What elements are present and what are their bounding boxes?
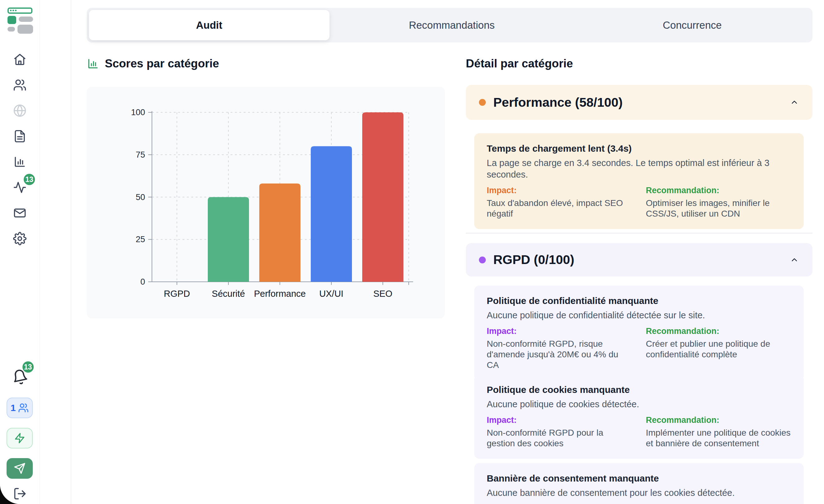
- issue-description: Aucune politique de confidentialité déte…: [487, 310, 791, 321]
- document-icon: [13, 129, 26, 143]
- svg-text:50: 50: [136, 193, 145, 202]
- issue-description: La page se charge en 3.4 secondes. Le te…: [487, 157, 791, 180]
- section-divider: [466, 233, 812, 233]
- sidebar-item-analytics[interactable]: [13, 155, 26, 169]
- team-button[interactable]: 1: [7, 398, 33, 418]
- logo-gray-bar: [7, 27, 15, 31]
- svg-text:Sécurité: Sécurité: [212, 289, 245, 299]
- recommendation-text: Optimiser les images, minifier le CSS/JS…: [646, 198, 791, 219]
- logo-dot: [12, 10, 14, 11]
- logout-button[interactable]: [13, 487, 27, 501]
- impact-text: Non-conformité RGPD pour la gestion des …: [487, 427, 632, 449]
- impact-label: Impact:: [487, 415, 632, 425]
- scores-chart-card: 0255075100RGPDSécuritéPerformanceUX/UISE…: [87, 87, 445, 318]
- sidebar-item-documents[interactable]: [13, 129, 26, 143]
- logo-gray-tile: [17, 25, 33, 34]
- recommendation-label: Recommandation:: [646, 415, 791, 425]
- recommendation-text: Implémenter une politique de cookies et …: [646, 427, 791, 449]
- svg-text:RGPD: RGPD: [164, 289, 190, 299]
- tab-audit[interactable]: Audit: [89, 10, 329, 40]
- svg-text:Performance: Performance: [254, 289, 306, 299]
- svg-text:0: 0: [140, 277, 145, 287]
- sidebar-item-home[interactable]: [13, 53, 26, 66]
- mail-icon: [13, 206, 26, 220]
- chevron-up-icon: [789, 255, 799, 265]
- rgpd-dot: [479, 257, 486, 264]
- detail-panel: Performance (58/100) Temps de chargement…: [466, 0, 812, 504]
- svg-text:75: 75: [136, 150, 145, 160]
- issue-card-cookie-policy: Politique de cookies manquante Aucune po…: [474, 375, 804, 459]
- sidebar-item-activity[interactable]: 13: [13, 181, 26, 194]
- rgpd-title: RGPD (0/100): [493, 253, 789, 267]
- sidebar-item-web[interactable]: [13, 104, 26, 117]
- home-icon: [13, 53, 26, 66]
- sidebar-item-users[interactable]: [13, 78, 26, 92]
- impact-label: Impact:: [487, 185, 632, 196]
- main-content: Audit Recommandations Concurrence Scores…: [71, 0, 824, 504]
- sidebar-item-mail[interactable]: [13, 206, 26, 220]
- issue-title: Politique de confidentialité manquante: [487, 295, 791, 306]
- notifications-badge: 13: [22, 362, 34, 373]
- issue-card-consent-banner: Bannière de consentement manquante Aucun…: [474, 463, 804, 504]
- scores-bar-chart: 0255075100RGPDSécuritéPerformanceUX/UISE…: [87, 87, 445, 318]
- chevron-up-icon: [789, 97, 799, 107]
- app-surface: 13 13 1: [0, 0, 824, 504]
- zap-icon: [14, 432, 25, 444]
- sidebar-item-settings[interactable]: [13, 232, 26, 245]
- issue-card-loading-time: Temps de chargement lent (3.4s) La page …: [474, 133, 804, 229]
- logo-gray-bar: [19, 16, 33, 22]
- send-icon: [14, 463, 26, 474]
- quick-audit-button[interactable]: [7, 428, 33, 448]
- activity-badge: 13: [24, 174, 35, 185]
- app-logo: [7, 7, 32, 32]
- sidebar-nav: 13: [0, 53, 39, 245]
- impact-text: Taux d'abandon élevé, impact SEO négatif: [487, 198, 632, 219]
- issue-card-privacy-policy: Politique de confidentialité manquante A…: [474, 286, 804, 380]
- logo-green-tile: [7, 16, 16, 24]
- chart-title-icon: [87, 58, 99, 70]
- svg-text:100: 100: [131, 108, 145, 117]
- issue-description: Aucune politique de cookies détectée.: [487, 399, 791, 410]
- issue-title: Politique de cookies manquante: [487, 384, 791, 395]
- accordion-header-rgpd[interactable]: RGPD (0/100): [466, 243, 812, 277]
- globe-icon: [13, 104, 26, 117]
- logout-icon: [13, 487, 27, 501]
- bar-chart-icon: [13, 155, 26, 169]
- scores-section-title: Scores par catégorie: [87, 57, 219, 70]
- recommendation-label: Recommandation:: [646, 326, 791, 336]
- recommendation-label: Recommandation:: [646, 185, 791, 196]
- logo-browser-bar: [7, 7, 32, 14]
- performance-dot: [479, 99, 486, 106]
- svg-text:UX/UI: UX/UI: [319, 289, 343, 299]
- settings-icon: [13, 232, 26, 245]
- svg-text:SEO: SEO: [373, 289, 392, 299]
- issue-title: Bannière de consentement manquante: [487, 473, 791, 484]
- impact-label: Impact:: [487, 326, 632, 336]
- scores-title-text: Scores par catégorie: [105, 57, 219, 70]
- accordion-header-performance[interactable]: Performance (58/100): [466, 85, 812, 120]
- notifications-button[interactable]: 13: [12, 369, 28, 385]
- recommendation-text: Créer et publier une politique de confid…: [646, 338, 791, 360]
- issue-title: Temps de chargement lent (3.4s): [487, 142, 791, 154]
- performance-title: Performance (58/100): [493, 95, 789, 110]
- users-icon: [13, 78, 26, 92]
- sidebar: 13 13 1: [0, 0, 71, 504]
- team-users-icon: [18, 403, 29, 413]
- send-button[interactable]: [7, 458, 33, 479]
- impact-text: Non-conformité RGPD, risque d'amende jus…: [487, 338, 632, 371]
- issue-description: Aucune bannière de consentement pour les…: [487, 487, 791, 499]
- svg-text:25: 25: [136, 235, 145, 244]
- logo-dot: [15, 10, 16, 11]
- logo-dot: [10, 10, 12, 11]
- team-count: 1: [11, 403, 16, 413]
